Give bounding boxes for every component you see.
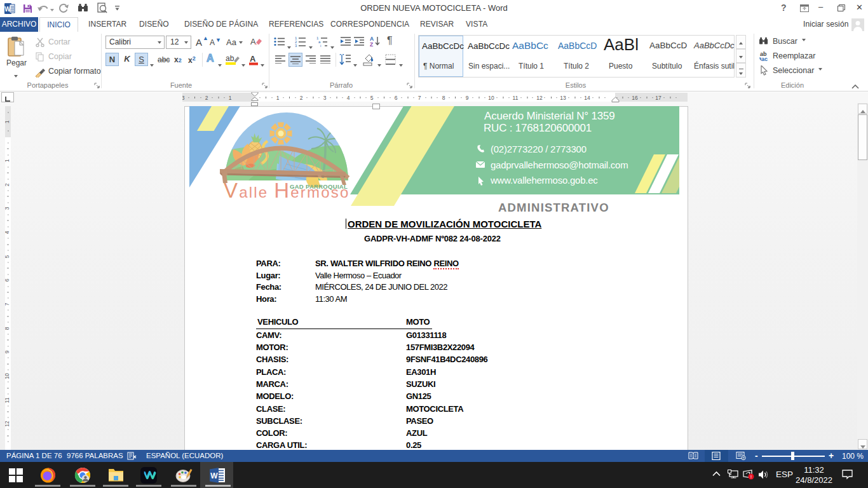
svg-text:1: 1: [5, 159, 10, 162]
svg-text:www.vallehermoso.gob.ec: www.vallehermoso.gob.ec: [490, 175, 598, 186]
svg-text:ac: ac: [761, 56, 768, 62]
svg-text:4: 4: [347, 95, 350, 101]
svg-text:gadprvallehermoso@hotmail.com: gadprvallehermoso@hotmail.com: [491, 159, 628, 170]
svg-text:11: 11: [5, 397, 10, 403]
svg-text:5: 5: [5, 255, 10, 258]
svg-text:12: 12: [536, 95, 543, 101]
svg-text:1: 1: [229, 95, 232, 101]
svg-text:10: 10: [5, 373, 10, 379]
svg-text:RUC : 1768120600001: RUC : 1768120600001: [484, 122, 592, 134]
svg-text:2: 2: [5, 183, 10, 186]
svg-text:Z: Z: [370, 41, 373, 47]
svg-text:A: A: [250, 37, 256, 46]
svg-text:11: 11: [513, 95, 519, 101]
svg-text:7: 7: [5, 302, 10, 306]
svg-text:16: 16: [632, 95, 638, 101]
svg-text:3: 3: [323, 95, 327, 101]
svg-text:12: 12: [5, 421, 10, 427]
svg-text:2: 2: [300, 95, 303, 101]
svg-text:6: 6: [395, 95, 398, 101]
svg-text:4: 4: [5, 231, 10, 234]
svg-text:5: 5: [370, 95, 374, 101]
svg-text:i: i: [320, 44, 321, 47]
svg-text:1: 1: [276, 95, 280, 101]
svg-text:9: 9: [5, 350, 10, 353]
svg-text:13: 13: [560, 95, 566, 101]
svg-text:A: A: [250, 54, 256, 64]
svg-text:1: 1: [5, 120, 10, 123]
svg-text:9: 9: [466, 95, 469, 101]
svg-text:14: 14: [584, 95, 590, 101]
svg-text:17: 17: [655, 95, 661, 101]
svg-text:7: 7: [418, 95, 421, 101]
svg-text:8: 8: [442, 95, 445, 101]
svg-text:ab: ab: [226, 54, 234, 63]
svg-text:(02)2773220 / 2773300: (02)2773220 / 2773300: [491, 144, 587, 154]
svg-text:2: 2: [205, 95, 208, 101]
svg-text:!: !: [750, 474, 752, 480]
svg-text:6: 6: [5, 278, 10, 281]
svg-text:10: 10: [488, 95, 494, 101]
svg-text:Valle Hermoso: Valle Hermoso: [224, 179, 350, 202]
svg-text:Acuerdo Ministerial N° 1359: Acuerdo Ministerial N° 1359: [484, 110, 615, 122]
svg-text:W: W: [210, 471, 218, 480]
svg-text:3: 3: [5, 207, 10, 210]
svg-text:8: 8: [5, 327, 10, 330]
svg-text:3: 3: [295, 44, 297, 47]
svg-text:3: 3: [182, 95, 185, 101]
